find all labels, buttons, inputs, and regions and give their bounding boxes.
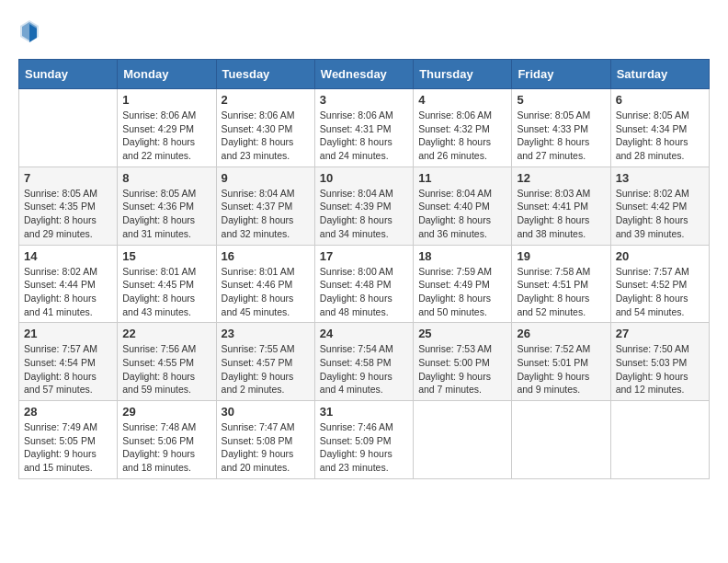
calendar-cell: 30Sunrise: 7:47 AM Sunset: 5:08 PM Dayli… (216, 401, 314, 479)
day-number: 23 (222, 327, 310, 340)
calendar-cell: 1Sunrise: 8:06 AM Sunset: 4:29 PM Daylig… (118, 89, 216, 167)
day-number: 27 (616, 327, 704, 340)
day-number: 13 (616, 171, 704, 185)
weekday-header-row: SundayMondayTuesdayWednesdayThursdayFrid… (19, 60, 710, 89)
day-number: 4 (418, 93, 506, 107)
day-info: Sunrise: 7:59 AM Sunset: 4:49 PM Dayligh… (418, 265, 506, 319)
calendar-cell: 10Sunrise: 8:04 AM Sunset: 4:39 PM Dayli… (314, 167, 413, 245)
calendar-cell: 8Sunrise: 8:05 AM Sunset: 4:36 PM Daylig… (118, 167, 216, 245)
day-number: 20 (616, 249, 704, 263)
day-info: Sunrise: 8:02 AM Sunset: 4:42 PM Dayligh… (616, 187, 704, 241)
calendar-cell: 15Sunrise: 8:01 AM Sunset: 4:45 PM Dayli… (118, 245, 216, 323)
day-info: Sunrise: 7:46 AM Sunset: 5:09 PM Dayligh… (320, 420, 408, 475)
calendar-cell: 3Sunrise: 8:06 AM Sunset: 4:31 PM Daylig… (314, 89, 413, 167)
calendar-week-row: 21Sunrise: 7:57 AM Sunset: 4:54 PM Dayli… (19, 323, 710, 401)
day-info: Sunrise: 8:04 AM Sunset: 4:39 PM Dayligh… (320, 187, 408, 241)
calendar-cell: 7Sunrise: 8:05 AM Sunset: 4:35 PM Daylig… (19, 167, 118, 245)
calendar-cell: 27Sunrise: 7:50 AM Sunset: 5:03 PM Dayli… (610, 323, 709, 401)
day-info: Sunrise: 8:01 AM Sunset: 4:45 PM Dayligh… (122, 265, 210, 319)
day-info: Sunrise: 8:03 AM Sunset: 4:41 PM Dayligh… (517, 187, 605, 241)
day-info: Sunrise: 7:57 AM Sunset: 4:54 PM Dayligh… (24, 342, 112, 396)
day-number: 5 (517, 93, 605, 107)
calendar-cell (610, 401, 709, 479)
weekday-header-saturday: Saturday (610, 60, 709, 89)
calendar-cell: 29Sunrise: 7:48 AM Sunset: 5:06 PM Dayli… (118, 401, 216, 479)
calendar-cell: 21Sunrise: 7:57 AM Sunset: 4:54 PM Dayli… (19, 323, 118, 401)
calendar-cell: 18Sunrise: 7:59 AM Sunset: 4:49 PM Dayli… (414, 245, 512, 323)
calendar-cell (19, 89, 118, 167)
calendar-cell: 24Sunrise: 7:54 AM Sunset: 4:58 PM Dayli… (314, 323, 413, 401)
day-number: 17 (320, 249, 408, 263)
day-info: Sunrise: 7:57 AM Sunset: 4:52 PM Dayligh… (616, 265, 704, 319)
day-info: Sunrise: 8:04 AM Sunset: 4:37 PM Dayligh… (222, 187, 310, 241)
weekday-header-wednesday: Wednesday (314, 60, 413, 89)
calendar-week-row: 7Sunrise: 8:05 AM Sunset: 4:35 PM Daylig… (19, 167, 710, 245)
day-info: Sunrise: 8:06 AM Sunset: 4:31 PM Dayligh… (320, 109, 408, 163)
day-number: 24 (320, 327, 408, 340)
day-info: Sunrise: 7:56 AM Sunset: 4:55 PM Dayligh… (122, 342, 210, 396)
day-number: 8 (122, 171, 210, 185)
calendar-cell: 16Sunrise: 8:01 AM Sunset: 4:46 PM Dayli… (216, 245, 314, 323)
day-info: Sunrise: 7:52 AM Sunset: 5:01 PM Dayligh… (517, 342, 605, 396)
day-info: Sunrise: 7:54 AM Sunset: 4:58 PM Dayligh… (320, 342, 408, 396)
day-number: 30 (222, 405, 310, 419)
calendar-week-row: 1Sunrise: 8:06 AM Sunset: 4:29 PM Daylig… (19, 89, 710, 167)
day-info: Sunrise: 8:01 AM Sunset: 4:46 PM Dayligh… (222, 265, 310, 319)
day-info: Sunrise: 8:06 AM Sunset: 4:30 PM Dayligh… (222, 109, 310, 163)
day-info: Sunrise: 8:05 AM Sunset: 4:33 PM Dayligh… (517, 109, 605, 163)
calendar-cell: 20Sunrise: 7:57 AM Sunset: 4:52 PM Dayli… (610, 245, 709, 323)
weekday-header-monday: Monday (118, 60, 216, 89)
day-number: 2 (222, 93, 310, 107)
day-info: Sunrise: 8:02 AM Sunset: 4:44 PM Dayligh… (24, 265, 112, 319)
day-info: Sunrise: 8:00 AM Sunset: 4:48 PM Dayligh… (320, 265, 408, 319)
day-info: Sunrise: 7:58 AM Sunset: 4:51 PM Dayligh… (517, 265, 605, 319)
day-number: 6 (616, 93, 704, 107)
day-info: Sunrise: 7:53 AM Sunset: 5:00 PM Dayligh… (418, 342, 506, 396)
day-info: Sunrise: 8:05 AM Sunset: 4:36 PM Dayligh… (122, 187, 210, 241)
page-header (18, 18, 710, 44)
day-number: 7 (24, 171, 112, 185)
day-number: 26 (517, 327, 605, 340)
logo-icon (18, 18, 40, 44)
calendar-cell: 2Sunrise: 8:06 AM Sunset: 4:30 PM Daylig… (216, 89, 314, 167)
calendar-cell: 14Sunrise: 8:02 AM Sunset: 4:44 PM Dayli… (19, 245, 118, 323)
calendar-cell: 5Sunrise: 8:05 AM Sunset: 4:33 PM Daylig… (512, 89, 610, 167)
day-info: Sunrise: 8:05 AM Sunset: 4:34 PM Dayligh… (616, 109, 704, 163)
day-info: Sunrise: 8:06 AM Sunset: 4:32 PM Dayligh… (418, 109, 506, 163)
calendar-cell: 6Sunrise: 8:05 AM Sunset: 4:34 PM Daylig… (610, 89, 709, 167)
day-number: 12 (517, 171, 605, 185)
calendar-cell: 26Sunrise: 7:52 AM Sunset: 5:01 PM Dayli… (512, 323, 610, 401)
calendar-table: SundayMondayTuesdayWednesdayThursdayFrid… (18, 59, 710, 479)
day-number: 22 (122, 327, 210, 340)
calendar-cell: 28Sunrise: 7:49 AM Sunset: 5:05 PM Dayli… (19, 401, 118, 479)
calendar-cell: 13Sunrise: 8:02 AM Sunset: 4:42 PM Dayli… (610, 167, 709, 245)
calendar-cell: 22Sunrise: 7:56 AM Sunset: 4:55 PM Dayli… (118, 323, 216, 401)
day-info: Sunrise: 8:04 AM Sunset: 4:40 PM Dayligh… (418, 187, 506, 241)
calendar-cell: 17Sunrise: 8:00 AM Sunset: 4:48 PM Dayli… (314, 245, 413, 323)
day-number: 29 (122, 405, 210, 419)
day-number: 9 (222, 171, 310, 185)
day-info: Sunrise: 7:48 AM Sunset: 5:06 PM Dayligh… (122, 420, 210, 475)
calendar-cell (512, 401, 610, 479)
day-number: 16 (222, 249, 310, 263)
calendar-week-row: 28Sunrise: 7:49 AM Sunset: 5:05 PM Dayli… (19, 401, 710, 479)
calendar-cell: 12Sunrise: 8:03 AM Sunset: 4:41 PM Dayli… (512, 167, 610, 245)
weekday-header-tuesday: Tuesday (216, 60, 314, 89)
day-number: 28 (24, 405, 112, 419)
calendar-week-row: 14Sunrise: 8:02 AM Sunset: 4:44 PM Dayli… (19, 245, 710, 323)
day-info: Sunrise: 8:06 AM Sunset: 4:29 PM Dayligh… (122, 109, 210, 163)
day-info: Sunrise: 7:47 AM Sunset: 5:08 PM Dayligh… (222, 420, 310, 475)
weekday-header-thursday: Thursday (414, 60, 512, 89)
day-number: 1 (122, 93, 210, 107)
day-info: Sunrise: 7:50 AM Sunset: 5:03 PM Dayligh… (616, 342, 704, 396)
calendar-cell: 23Sunrise: 7:55 AM Sunset: 4:57 PM Dayli… (216, 323, 314, 401)
day-number: 10 (320, 171, 408, 185)
day-number: 18 (418, 249, 506, 263)
day-info: Sunrise: 8:05 AM Sunset: 4:35 PM Dayligh… (24, 187, 112, 241)
day-number: 31 (320, 405, 408, 419)
day-info: Sunrise: 7:55 AM Sunset: 4:57 PM Dayligh… (222, 342, 310, 396)
day-number: 25 (418, 327, 506, 340)
calendar-cell: 25Sunrise: 7:53 AM Sunset: 5:00 PM Dayli… (414, 323, 512, 401)
calendar-cell (414, 401, 512, 479)
calendar-cell: 31Sunrise: 7:46 AM Sunset: 5:09 PM Dayli… (314, 401, 413, 479)
